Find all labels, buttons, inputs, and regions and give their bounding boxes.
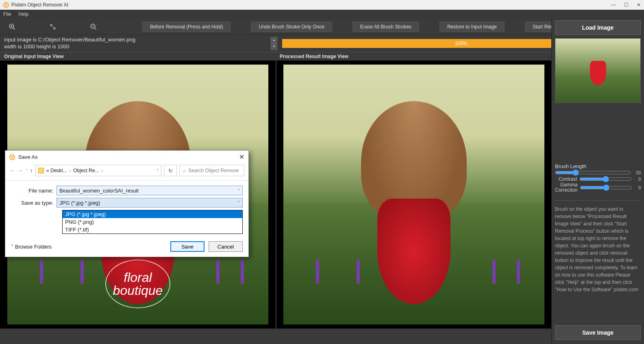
menu-help[interactable]: Help xyxy=(18,11,28,17)
filetype-option-jpg[interactable]: JPG (*.jpg *.jpeg) xyxy=(63,210,242,218)
contrast-value: 0 xyxy=(634,177,641,182)
cancel-button[interactable]: Cancel xyxy=(209,241,243,252)
info-row: input image is C:/Object Remover/Beautif… xyxy=(0,35,644,52)
svg-line-5 xyxy=(94,28,96,30)
crumb-folder[interactable]: Object Re... xyxy=(73,168,99,173)
chevron-down-icon: ˅ xyxy=(11,244,13,249)
processed-view-label: Processed Result Image View xyxy=(280,54,348,59)
contrast-slider[interactable] xyxy=(579,176,632,182)
save-button[interactable]: Save xyxy=(170,241,205,252)
menu-file[interactable]: File xyxy=(3,11,11,17)
nav-forward-icon[interactable]: → xyxy=(17,167,23,174)
chevron-right-icon: › xyxy=(101,169,102,173)
filetype-label: Save as type: xyxy=(11,200,57,206)
svg-line-1 xyxy=(13,28,15,30)
filename-label: File name: xyxy=(11,188,57,194)
filetype-dropdown-icon[interactable]: ˅ xyxy=(238,201,240,205)
before-removal-button[interactable]: Before Removal (Press and Hold) xyxy=(142,22,231,32)
gamma-slider[interactable] xyxy=(580,184,632,191)
processed-image xyxy=(283,65,544,325)
browse-folders[interactable]: ˅ Browse Folders xyxy=(11,244,52,250)
filetype-option-png[interactable]: PNG (*.png) xyxy=(63,218,242,226)
brush-length-label: Brush Length xyxy=(555,163,641,169)
brush-length-slider[interactable] xyxy=(555,169,631,176)
filetype-option-tiff[interactable]: TIFF (*.tif) xyxy=(63,226,242,234)
spinner-down-icon[interactable]: ▼ xyxy=(271,43,277,50)
thumbnail[interactable] xyxy=(555,38,641,103)
restore-button[interactable]: Restore to Input Image xyxy=(439,22,505,32)
titlebar: R Pixbim Object Remover AI — ☐ ✕ xyxy=(0,0,644,10)
sidebar: Load Image Brush Length 20 Contrast 0 Ga… xyxy=(551,19,644,344)
input-image-dims: width is 1000 height is 1000 xyxy=(4,43,269,50)
crumb-dropdown-icon[interactable]: ˅ xyxy=(157,169,159,173)
save-image-button[interactable]: Save Image xyxy=(555,325,641,340)
search-icon: ⌕ xyxy=(183,168,186,173)
folder-icon xyxy=(38,168,44,173)
save-as-dialog: R Save As ✕ ← → ˅ ↑ « Deskt... › Object … xyxy=(5,150,249,257)
app-logo-icon: R xyxy=(3,2,9,8)
nav-up-icon[interactable]: ↑ xyxy=(30,167,33,174)
processed-view[interactable] xyxy=(276,61,551,329)
menubar: File Help xyxy=(0,10,644,19)
erase-all-button[interactable]: Erase All Brush Strokes xyxy=(352,22,419,32)
gamma-label: Gamma Correction xyxy=(555,182,577,193)
input-image-path: input image is C:/Object Remover/Beautif… xyxy=(4,37,269,43)
watermark-floral: floralboutique xyxy=(105,260,170,308)
help-text: Brush on the object you want to remove b… xyxy=(555,200,641,293)
filename-value: Beautiful_women_colorSAI_result xyxy=(59,188,139,194)
progress-value: 100% xyxy=(455,41,468,46)
nav-back-icon[interactable]: ← xyxy=(9,167,15,174)
search-placeholder: Search Object Remove xyxy=(188,168,239,173)
breadcrumb[interactable]: « Deskt... › Object Re... › ˅ xyxy=(35,165,161,176)
spinner-up-icon[interactable]: ▲ xyxy=(271,37,277,43)
nav-dropdown-icon[interactable]: ˅ xyxy=(26,169,28,173)
refresh-icon[interactable]: ↻ xyxy=(164,165,177,176)
filetype-field[interactable]: JPG (*.jpg *.jpeg) ˅ xyxy=(57,198,243,208)
brush-length-value: 20 xyxy=(633,170,641,175)
original-view-label: Original Input Image View xyxy=(4,54,280,59)
dialog-logo-icon: R xyxy=(9,154,15,160)
crumb-desktop[interactable]: « Deskt... xyxy=(46,168,67,173)
fullscreen-icon[interactable] xyxy=(45,21,61,32)
chevron-right-icon: › xyxy=(70,169,71,173)
zoom-out-icon[interactable] xyxy=(85,21,102,32)
close-icon[interactable]: ✕ xyxy=(637,2,641,8)
dialog-title: Save As xyxy=(18,154,38,160)
spinner[interactable]: ▲ ▼ xyxy=(271,37,277,50)
maximize-icon[interactable]: ☐ xyxy=(624,2,629,8)
app-title: Pixbim Object Remover AI xyxy=(11,2,68,8)
undo-brush-button[interactable]: Undo Brush Stroke Only Once xyxy=(251,22,332,32)
gamma-value: 0 xyxy=(635,185,641,190)
filetype-value: JPG (*.jpg *.jpeg) xyxy=(59,200,100,206)
search-input[interactable]: ⌕ Search Object Remove xyxy=(179,165,244,176)
dialog-close-icon[interactable]: ✕ xyxy=(239,153,244,161)
toolbar: Before Removal (Press and Hold) Undo Bru… xyxy=(0,19,644,35)
minimize-icon[interactable]: — xyxy=(611,2,616,8)
filename-dropdown-icon[interactable]: ˅ xyxy=(238,188,240,193)
zoom-in-icon[interactable] xyxy=(4,21,20,32)
filename-field[interactable]: Beautiful_women_colorSAI_result ˅ xyxy=(57,186,243,195)
filetype-dropdown[interactable]: JPG (*.jpg *.jpeg) PNG (*.png) TIFF (*.t… xyxy=(62,210,243,234)
contrast-label: Contrast xyxy=(555,176,577,182)
load-image-button[interactable]: Load Image xyxy=(555,20,641,35)
view-labels: Original Input Image View Processed Resu… xyxy=(0,52,644,61)
